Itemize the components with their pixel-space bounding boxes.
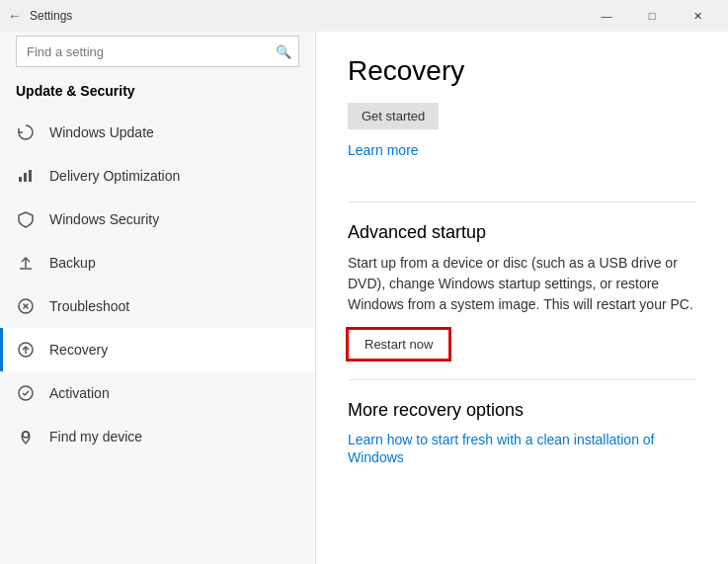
advanced-startup-section: Advanced startup Start up from a device … [348, 222, 696, 360]
titlebar-left: ← Settings [8, 8, 72, 24]
clean-install-link[interactable]: Learn how to start fresh with a clean in… [348, 432, 655, 465]
advanced-startup-description: Start up from a device or disc (such as … [348, 253, 696, 315]
close-button[interactable]: ✕ [675, 0, 720, 32]
restart-now-button[interactable]: Restart now [348, 329, 449, 360]
activation-icon [16, 383, 36, 403]
sidebar-item-recovery[interactable]: Recovery [0, 328, 315, 371]
search-icon: 🔍 [276, 44, 291, 59]
get-started-button[interactable]: Get started [348, 103, 439, 129]
backup-icon [16, 253, 36, 273]
app-body: 🔍 Update & Security Windows Update [0, 32, 728, 564]
sidebar-item-label: Activation [49, 385, 110, 401]
sidebar-item-label: Windows Update [49, 124, 154, 140]
advanced-startup-title: Advanced startup [348, 222, 696, 243]
reset-section: Get started Learn more [348, 103, 696, 182]
sidebar-item-backup[interactable]: Backup [0, 241, 315, 284]
svg-rect-1 [24, 173, 27, 182]
titlebar: ← Settings — □ ✕ [0, 0, 728, 32]
sidebar-item-label: Backup [49, 255, 96, 271]
sidebar-item-label: Windows Security [49, 211, 159, 227]
titlebar-controls: — □ ✕ [584, 0, 720, 32]
delivery-optimization-icon [16, 166, 36, 186]
divider-1 [348, 201, 696, 202]
learn-more-link[interactable]: Learn more [348, 142, 419, 158]
troubleshoot-icon [16, 296, 36, 316]
sidebar-item-label: Delivery Optimization [49, 168, 180, 184]
minimize-button[interactable]: — [584, 0, 629, 32]
page-title: Recovery [348, 55, 696, 87]
sidebar-item-find-my-device[interactable]: Find my device [0, 415, 315, 458]
titlebar-title: Settings [30, 9, 72, 23]
sidebar-section-title: Update & Security [0, 79, 315, 111]
search-input[interactable] [16, 36, 299, 67]
back-icon[interactable]: ← [8, 8, 22, 24]
shield-icon [16, 209, 36, 229]
recovery-icon [16, 340, 36, 360]
content-area: Recovery Get started Learn more Advanced… [316, 32, 728, 564]
sidebar-item-label: Recovery [49, 342, 108, 358]
sidebar-item-troubleshoot[interactable]: Troubleshoot [0, 284, 315, 328]
sidebar-item-label: Troubleshoot [49, 298, 129, 314]
sidebar-item-delivery-optimization[interactable]: Delivery Optimization [0, 154, 315, 198]
sidebar-item-activation[interactable]: Activation [0, 371, 315, 415]
svg-rect-2 [29, 170, 32, 182]
search-container: 🔍 [16, 36, 299, 67]
find-my-device-icon [16, 427, 36, 446]
svg-rect-0 [19, 177, 22, 182]
sidebar-nav: Windows Update Delivery Optimization [0, 111, 315, 564]
more-recovery-section: More recovery options Learn how to start… [348, 400, 696, 466]
maximize-button[interactable]: □ [629, 0, 675, 32]
sidebar-item-windows-update[interactable]: Windows Update [0, 111, 315, 154]
more-recovery-title: More recovery options [348, 400, 696, 421]
sidebar-item-label: Find my device [49, 429, 142, 444]
windows-update-icon [16, 122, 36, 142]
divider-2 [348, 379, 696, 380]
sidebar-item-windows-security[interactable]: Windows Security [0, 198, 315, 241]
sidebar: 🔍 Update & Security Windows Update [0, 32, 316, 564]
